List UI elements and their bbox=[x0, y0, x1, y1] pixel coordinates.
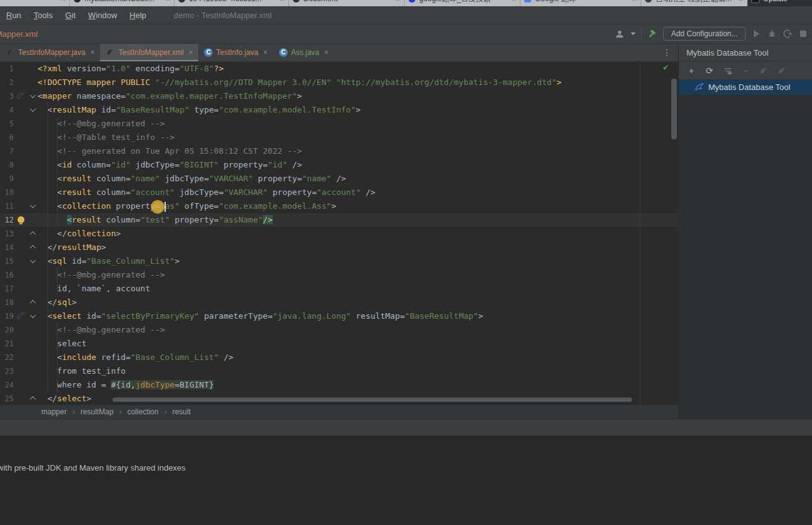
code-line-15[interactable]: 15 <sql id="Base_Column_List"> bbox=[0, 254, 678, 268]
mybatis-bird-icon[interactable] bbox=[16, 311, 26, 321]
code-line-16[interactable]: 16 <!--@mbg.generated --> bbox=[0, 268, 678, 282]
coverage-icon[interactable] bbox=[783, 29, 793, 39]
code-editor[interactable]: 1<?xml version="1.0" encoding="UTF-8"?>2… bbox=[0, 62, 678, 405]
code-line-7[interactable]: 7 <!-- generated on Tue Apr 05 15:08:12 … bbox=[0, 144, 678, 158]
code-text[interactable]: <mapper namespace="com.example.mapper.Te… bbox=[38, 89, 678, 103]
tab-testinfomapper-java[interactable]: TestInfoMapper.java × bbox=[0, 44, 100, 61]
code-text[interactable]: <collection property="as" ofType="com.ex… bbox=[38, 199, 678, 213]
code-line-3[interactable]: 3<mapper namespace="com.example.mapper.T… bbox=[0, 89, 678, 103]
code-text[interactable]: <sql id="Base_Column_List"> bbox=[38, 254, 678, 268]
code-line-18[interactable]: 18 </sql> bbox=[0, 296, 678, 309]
fold-marker-icon[interactable] bbox=[29, 245, 36, 251]
fold-marker-icon[interactable] bbox=[29, 300, 36, 306]
browser-tab[interactable]: mybatisSmartCode... × bbox=[70, 0, 175, 6]
horizontal-scrollbar[interactable] bbox=[113, 398, 632, 402]
close-icon[interactable]: × bbox=[506, 0, 516, 4]
code-line-24[interactable]: 24 where id = #{id,jdbcType=BIGINT} bbox=[0, 378, 678, 392]
code-line-8[interactable]: 8 <id column="id" jdbcType="BIGINT" prop… bbox=[0, 158, 678, 172]
code-text[interactable]: </resultMap> bbox=[38, 241, 678, 254]
code-line-1[interactable]: 1<?xml version="1.0" encoding="UTF-8"?> bbox=[0, 62, 678, 76]
code-text[interactable]: <include refid="Base_Column_List" /> bbox=[38, 351, 678, 364]
browser-tab[interactable]: 194419688-4fc6bc1... × bbox=[175, 0, 289, 6]
refresh-icon[interactable]: ⟳ bbox=[704, 66, 714, 76]
breadcrumb-result[interactable]: result bbox=[172, 408, 190, 416]
code-text[interactable]: from test_info bbox=[38, 364, 678, 378]
code-line-22[interactable]: 22 <include refid="Base_Column_List" /> bbox=[0, 351, 678, 364]
fold-marker-icon[interactable] bbox=[29, 312, 36, 319]
mybatis-bird-icon[interactable] bbox=[16, 91, 26, 101]
code-line-21[interactable]: 21 select bbox=[0, 337, 678, 351]
add-icon[interactable]: + bbox=[686, 66, 696, 76]
fold-marker-icon[interactable] bbox=[29, 396, 36, 402]
browser-tab-active[interactable]: Update bbox=[748, 0, 812, 6]
breadcrumb-collection[interactable]: collection bbox=[127, 408, 158, 416]
fold-marker-icon[interactable] bbox=[29, 258, 36, 264]
chevron-down-icon[interactable] bbox=[631, 32, 636, 35]
fold-marker-icon[interactable] bbox=[29, 106, 36, 112]
inspection-ok-icon[interactable]: ✔ bbox=[663, 62, 668, 72]
code-line-4[interactable]: 4 <resultMap id="BaseResultMap" type="co… bbox=[0, 103, 678, 117]
add-configuration-button[interactable]: Add Configuration... bbox=[663, 27, 746, 41]
code-text[interactable]: <result column="test" property="assName"… bbox=[38, 213, 678, 227]
navigation-breadcrumb[interactable]: Mapper.xml bbox=[0, 24, 56, 43]
code-line-5[interactable]: 5 <!--@mbg.generated --> bbox=[0, 117, 678, 131]
code-text[interactable]: <!-- generated on Tue Apr 05 15:08:12 CS… bbox=[38, 144, 678, 158]
code-text[interactable]: <!--@mbg.generated --> bbox=[38, 323, 678, 337]
close-icon[interactable]: × bbox=[56, 0, 66, 4]
stop-icon[interactable] bbox=[798, 29, 808, 39]
menu-help[interactable]: Help bbox=[123, 11, 153, 20]
remove-icon[interactable]: − bbox=[741, 66, 751, 76]
user-profile-icon[interactable] bbox=[615, 29, 625, 39]
close-icon[interactable]: × bbox=[263, 48, 268, 57]
code-line-17[interactable]: 17 id, `name`, account bbox=[0, 282, 678, 296]
mybatis-bird-icon[interactable] bbox=[777, 66, 787, 76]
debug-icon[interactable] bbox=[767, 29, 777, 39]
code-text[interactable]: select bbox=[38, 337, 678, 351]
browser-tab[interactable]: 自动用全 检测正确编... × bbox=[641, 0, 748, 6]
code-text[interactable]: where id = #{id,jdbcType=BIGINT} bbox=[38, 378, 678, 392]
code-line-12[interactable]: 12 <result column="test" property="assNa… bbox=[0, 213, 678, 227]
browser-tab[interactable]: × bbox=[0, 0, 70, 6]
code-line-2[interactable]: 2<!DOCTYPE mapper PUBLIC "-//mybatis.org… bbox=[0, 76, 678, 89]
close-icon[interactable]: × bbox=[390, 0, 400, 4]
breadcrumb-mapper[interactable]: mapper bbox=[41, 408, 67, 416]
menu-window[interactable]: Window bbox=[82, 11, 123, 20]
code-line-20[interactable]: 20 <!--@mbg.generated --> bbox=[0, 323, 678, 337]
breadcrumb-resultmap[interactable]: resultMap bbox=[81, 408, 114, 416]
code-text[interactable]: <!--@mbg.generated --> bbox=[38, 268, 678, 282]
lightbulb-icon[interactable] bbox=[18, 216, 24, 223]
filter-settings-icon[interactable] bbox=[723, 66, 733, 76]
menu-tools[interactable]: Tools bbox=[28, 11, 59, 20]
code-line-10[interactable]: 10 <result column="account" jdbcType="VA… bbox=[0, 186, 678, 199]
close-icon[interactable]: × bbox=[733, 0, 743, 4]
close-icon[interactable]: × bbox=[275, 0, 285, 4]
code-text[interactable]: <!--@Table test_info --> bbox=[38, 131, 678, 144]
code-text[interactable]: </collection> bbox=[38, 227, 678, 241]
code-text[interactable]: <resultMap id="BaseResultMap" type="com.… bbox=[38, 103, 678, 117]
code-text[interactable]: <result column="account" jdbcType="VARCH… bbox=[38, 186, 678, 199]
code-line-11[interactable]: 11 <collection property="as" ofType="com… bbox=[0, 199, 678, 213]
tree-item-mybatis-database-tool[interactable]: Mybatis Database Tool bbox=[679, 80, 812, 94]
code-line-9[interactable]: 9 <result column="name" jdbcType="VARCHA… bbox=[0, 172, 678, 186]
code-line-23[interactable]: 23 from test_info bbox=[0, 364, 678, 378]
mybatis-bird-icon[interactable] bbox=[759, 66, 769, 76]
code-line-14[interactable]: 14 </resultMap> bbox=[0, 241, 678, 254]
menu-git[interactable]: Git bbox=[59, 11, 82, 20]
tab-ass-java[interactable]: C Ass.java × bbox=[273, 44, 334, 61]
close-icon[interactable]: × bbox=[90, 48, 94, 57]
browser-tab[interactable]: Google 翻译 × bbox=[520, 0, 641, 6]
hammer-build-icon[interactable] bbox=[647, 29, 657, 39]
code-text[interactable]: <!--@mbg.generated --> bbox=[38, 117, 678, 131]
browser-tab[interactable]: google翻译_百度搜索 × bbox=[405, 0, 520, 6]
close-icon[interactable]: × bbox=[188, 48, 193, 57]
close-icon[interactable]: × bbox=[627, 0, 637, 4]
code-text[interactable]: <select id="selectByPrimaryKey" paramete… bbox=[38, 309, 678, 323]
code-text[interactable]: <id column="id" jdbcType="BIGINT" proper… bbox=[38, 158, 678, 172]
code-line-6[interactable]: 6 <!--@Table test_info --> bbox=[0, 131, 678, 144]
code-text[interactable]: id, `name`, account bbox=[38, 282, 678, 296]
tab-testinfo-java[interactable]: C TestInfo.java × bbox=[198, 44, 273, 61]
close-icon[interactable]: × bbox=[160, 0, 170, 4]
code-line-13[interactable]: 13 </collection> bbox=[0, 227, 678, 241]
close-icon[interactable]: × bbox=[324, 48, 328, 57]
code-text[interactable]: <?xml version="1.0" encoding="UTF-8"?> bbox=[38, 62, 678, 76]
